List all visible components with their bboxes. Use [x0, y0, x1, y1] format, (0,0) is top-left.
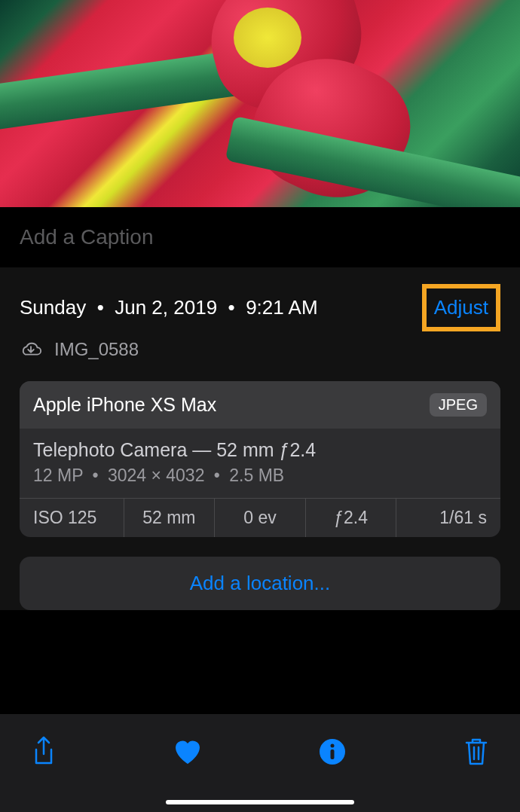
caption-placeholder: Add a Caption	[20, 225, 153, 249]
trash-icon	[463, 737, 489, 767]
cloud-icon	[20, 341, 42, 358]
exif-shutter: 1/61 s	[396, 499, 500, 537]
filename: IMG_0588	[54, 339, 139, 360]
bottom-toolbar	[0, 714, 520, 812]
exif-aperture: ƒ2.4	[306, 499, 397, 537]
photo-datetime: Sunday • Jun 2, 2019 • 9:21 AM	[20, 296, 318, 319]
caption-field[interactable]: Add a Caption	[0, 207, 520, 267]
share-button[interactable]	[27, 735, 60, 768]
svg-point-1	[330, 744, 334, 748]
svg-rect-2	[330, 749, 334, 759]
adjust-button[interactable]: Adjust	[422, 284, 500, 331]
add-location-button[interactable]: Add a location...	[20, 557, 500, 610]
trash-button[interactable]	[460, 735, 493, 768]
device-model: Apple iPhone XS Max	[33, 394, 216, 416]
info-icon	[319, 738, 346, 765]
heart-icon	[173, 738, 203, 765]
info-panel: Sunday • Jun 2, 2019 • 9:21 AM Adjust IM…	[0, 267, 520, 610]
home-indicator[interactable]	[166, 800, 354, 804]
camera-subspec: 12 MP • 3024 × 4032 • 2.5 MB	[33, 466, 487, 486]
exif-ev: 0 ev	[215, 499, 306, 537]
exif-focal: 52 mm	[124, 499, 216, 537]
camera-spec: Telephoto Camera — 52 mm ƒ2.4	[33, 439, 487, 461]
format-badge: JPEG	[430, 393, 487, 417]
info-button[interactable]	[316, 735, 349, 768]
exif-row: ISO 125 52 mm 0 ev ƒ2.4 1/61 s	[20, 498, 500, 537]
share-icon	[31, 736, 57, 768]
exif-iso: ISO 125	[20, 499, 124, 537]
favorite-button[interactable]	[171, 735, 204, 768]
camera-card: Apple iPhone XS Max JPEG Telephoto Camer…	[20, 381, 500, 537]
photo-preview[interactable]	[0, 0, 520, 207]
